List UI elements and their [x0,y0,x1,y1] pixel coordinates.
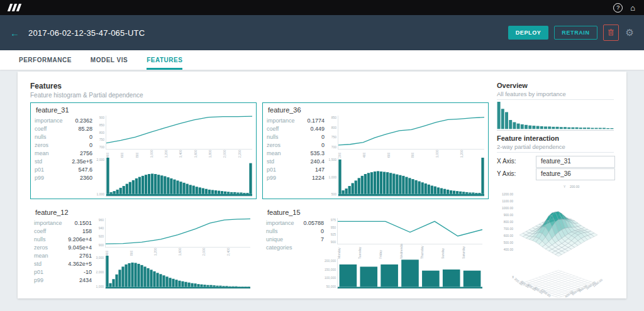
feature-panel-body: importance0.05788nulls0unique7categories… [266,218,482,288]
tick-label: 900 [99,116,104,119]
hist-y-axis-ticks: 200,000150,000100,00050,000 [329,259,337,288]
hist-bars-svg [105,256,250,289]
partial-dependence-chart: 960940920900 [97,218,250,247]
stat-value: 2360 [80,174,92,182]
stat-label: coeff [35,125,47,133]
overview-divider [497,99,614,100]
settings-gear-icon[interactable]: ⚙ [626,27,634,38]
tick-label: 200,000 [325,259,336,263]
hist-bars-svg [338,158,484,197]
tick-label: 500 [331,192,336,196]
hist-y-axis-ticks: 3,0002,0001,000 [97,256,105,288]
stats-row: p01-10 [34,268,92,276]
tick-label: 1,000 [150,149,164,158]
features-section-subtitle: Feature histogram & Partial dependence [30,92,143,99]
tab-model-vis[interactable]: MODEL VIS [91,50,128,70]
feature-panel-feature-12[interactable]: feature_12importance0.1501coeff158nulls9… [30,205,254,291]
pd-line-svg [338,116,484,150]
back-button[interactable]: ← [10,28,19,38]
stat-value: 0.449 [310,125,325,133]
tick-label: 975 [331,218,336,222]
z-axis-tick: 1100.00 [497,199,513,203]
tick-label: 925 [331,232,336,236]
home-icon[interactable]: ⌂ [630,4,635,12]
hist-y-axis-ticks: 1,5001,000500 [330,158,338,196]
y-axis-label: Y Axis: [497,170,516,177]
tick-label: 850 [99,123,104,127]
feature-panel-title: feature_15 [262,205,486,217]
stat-value: 1224 [312,174,325,182]
stat-value: 4.362e+5 [68,260,92,268]
feature-panel-body: importance0.1501coeff158nulls9.206e+4zer… [34,218,250,288]
z-axis-tick: 400.00 [497,248,513,251]
tick-label: 2,000 [223,149,237,158]
tick-label: 960 [99,218,104,222]
pd-line-svg [106,116,252,150]
pd-y-axis-ticks: 960940920900 [97,218,105,247]
stat-label: nulls [35,133,47,141]
feature-panel-body: importance0.1774coeff0.449nulls0zeros0me… [267,116,484,196]
help-icon[interactable]: ? [613,3,623,13]
tick-label: Monday [337,244,358,259]
stat-value: 2.35e+5 [72,158,92,166]
tick-label: 100,000 [325,276,336,280]
feature-panel-feature-36[interactable]: feature_36importance0.1774coeff0.449null… [262,102,489,199]
stat-value: 9.045e+4 [68,244,92,252]
tick-label: Sunday [441,244,462,259]
stat-label: p99 [35,174,44,182]
feature-charts: 8508007507002004006008001,0001,2001,5001… [325,116,484,196]
stat-value: 535.3 [310,150,325,158]
stats-row: mean2761 [34,252,92,260]
y-axis-select[interactable]: feature_36 [536,168,615,180]
tick-label: 940 [99,226,104,230]
tick-label: 1,600 [178,247,203,256]
feature-panel-body: importance0.2362coeff85.28nulls0zeros0me… [35,116,252,196]
stat-value: 0.2362 [75,117,92,125]
importance-overview-bars [497,102,614,131]
feature-panel-feature-31[interactable]: feature_31importance0.2362coeff85.28null… [30,102,257,199]
stats-row: importance0.1501 [34,219,92,227]
stats-row: nulls0 [35,133,92,141]
stat-label: std [34,260,42,268]
z-axis-tick: 1200.00 [497,192,513,196]
x-axis-select[interactable]: feature_31 [536,156,615,168]
x-axis-label: X Axis: [497,158,516,165]
tick-label: 920 [99,234,104,238]
deploy-button[interactable]: DEPLOY [508,26,549,40]
tick-label: 1,600 [194,149,208,158]
partial-dependence-3d-plot[interactable]: Y 200.00 X 1200.001100.001000.00900.0080… [496,182,616,298]
stat-label: importance [266,219,294,227]
stat-label: zeros [267,141,280,150]
model-run-title: 2017-06-02-12-35-47-065-UTC [28,28,145,38]
feature-panel-feature-15[interactable]: feature_15importance0.05788nulls0unique7… [262,205,486,291]
stats-row: importance0.1774 [267,117,325,125]
tick-label: 800 [99,131,104,134]
delete-button[interactable] [603,25,619,41]
tick-label: 2,000 [96,158,104,161]
stats-row: zeros9.045e+4 [34,244,92,252]
tick-label: Thursday [420,244,441,259]
tab-features[interactable]: FEATURES [147,50,182,70]
tick-label: 1,200 [164,149,179,158]
x-axis-tick-labels: 4006008001,0001,2001,4001,6001,8002,0002… [97,149,252,158]
stats-row: unique7 [266,236,324,244]
stat-value: 547.6 [78,166,92,174]
stats-row: coeff158 [34,227,92,236]
stat-label: mean [267,150,281,158]
pd-y-axis-ticks: 975950925900 [329,218,337,244]
stats-row: std4.362e+5 [34,260,92,268]
stat-label: p01 [35,166,44,174]
hist-bars-svg [337,259,482,289]
stat-label: coeff [34,227,46,236]
stats-row: importance0.2362 [35,117,92,125]
retrain-button[interactable]: RETRAIN [554,26,597,40]
hist-bars-svg [106,158,252,197]
pd-y-axis-ticks: 850800750700 [330,116,338,149]
stat-value: 2761 [79,252,92,260]
hist-y-axis-ticks: 2,0001,000 [97,158,106,196]
feature-importance-overview-chart [497,102,614,130]
tab-performance[interactable]: PERFORMANCE [19,50,72,70]
plot3d-y-axis-label: Y [564,185,565,188]
tick-label: 750 [99,138,104,141]
top-bar: ? ⌂ [0,0,644,15]
